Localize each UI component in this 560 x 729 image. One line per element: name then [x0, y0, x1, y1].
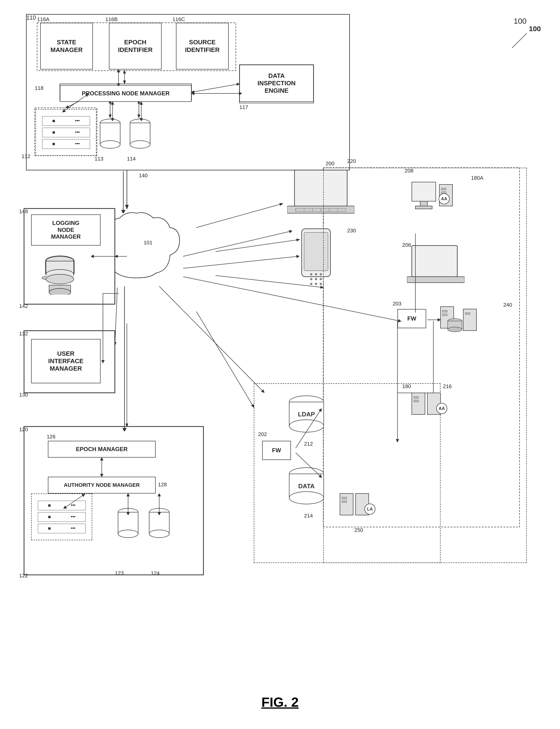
processing-node-manager-label: PROCESSING NODE MANAGER	[82, 90, 170, 97]
arrow-epoch-to-anm	[97, 458, 107, 477]
svg-line-18	[196, 204, 283, 227]
svg-rect-111	[412, 182, 436, 201]
svg-rect-116	[441, 192, 446, 193]
server-computer-208: AA	[407, 180, 455, 232]
ref-140: 140	[139, 172, 148, 179]
ref-208: 208	[405, 168, 413, 174]
svg-point-62	[49, 288, 71, 295]
ref-132: 132	[19, 330, 28, 337]
source-identifier-box: SOURCEIDENTIFIER	[176, 23, 229, 69]
authority-node-manager-box: AUTHORITY NODE MANAGER	[48, 477, 156, 494]
epoch-manager-box: EPOCH MANAGER	[48, 441, 156, 458]
ref-117: 117	[239, 104, 248, 110]
arrow-anm-cyl123	[117, 494, 136, 515]
svg-text:100: 100	[529, 25, 541, 33]
ref-120: 120	[19, 427, 28, 433]
arrow-pnm-die	[192, 86, 242, 101]
arrow-pnm-serverstack	[60, 93, 89, 113]
arrow-cloud-to-phone	[182, 251, 299, 271]
ref-220: 220	[347, 158, 356, 164]
svg-line-110	[183, 256, 298, 268]
svg-line-78	[65, 495, 84, 508]
arrow-main-to-cloud	[120, 170, 127, 213]
server-row-3: ■ •••	[42, 139, 90, 149]
ref-130: 130	[19, 392, 28, 398]
auth-server-row-2: ■ •••	[38, 512, 86, 522]
ref-110: 110	[26, 14, 36, 21]
ref-240: 240	[503, 302, 512, 308]
svg-line-156	[296, 453, 321, 477]
ref-118: 118	[35, 85, 44, 91]
arrow-cloud-to-inner-group	[158, 285, 266, 393]
svg-line-155	[296, 410, 321, 448]
server-row-2: ■ •••	[42, 128, 90, 137]
ref-123: 123	[115, 570, 124, 576]
arrow-pnm-cyl113	[109, 102, 116, 121]
right-connections	[254, 309, 469, 573]
ref-142: 142	[19, 303, 28, 309]
user-interface-manager-box: USERINTERFACEMANAGER	[31, 339, 101, 383]
ref-116C: 116C	[172, 16, 185, 23]
epoch-manager-label: EPOCH MANAGER	[76, 446, 128, 453]
data-inspection-engine-label: DATAINSPECTIONENGINE	[258, 72, 296, 95]
svg-point-101	[315, 273, 317, 275]
ref-113: 113	[95, 156, 103, 162]
data-inspection-engine-box: DATAINSPECTIONENGINE	[239, 65, 314, 102]
svg-point-60	[46, 274, 74, 284]
arrow-cloud-to-authority	[115, 285, 134, 431]
ref-100-arrow: 100	[500, 24, 548, 53]
arrow-anm-serverstack	[61, 494, 85, 513]
svg-point-72	[118, 530, 138, 538]
ref-200: 200	[326, 160, 334, 167]
server-stack-112: ■ ••• ■ ••• ■ •••	[35, 109, 96, 156]
cylinder-113	[99, 119, 121, 152]
arrow-cloud-to-logging	[91, 251, 120, 261]
ref-124: 124	[151, 570, 160, 576]
server-row-1: ■ •••	[42, 116, 90, 126]
state-manager-label: STATEMANAGER	[51, 39, 83, 53]
ref-122: 122	[19, 573, 28, 579]
vertical-line-right	[412, 232, 419, 314]
svg-point-34	[130, 141, 150, 148]
arrow-pnm-cyl114	[138, 102, 145, 121]
ref-126: 126	[47, 434, 56, 440]
epoch-identifier-label: EPOCHIDENTIFIER	[118, 39, 153, 53]
user-interface-manager-label: USERINTERFACEMANAGER	[48, 350, 83, 373]
authority-node-manager-label: AUTHORITY NODE MANAGER	[64, 482, 140, 488]
auth-server-row-3: ■ •••	[38, 524, 86, 533]
svg-rect-113	[415, 206, 432, 209]
ref-180A: 180A	[471, 175, 483, 181]
logging-node-manager-box: LOGGINGNODEMANAGER	[31, 214, 101, 245]
arrow-id-to-pnm	[115, 69, 122, 86]
figure-caption: FIG. 2	[261, 694, 299, 710]
ref-114: 114	[127, 156, 136, 162]
ref-112: 112	[22, 153, 30, 159]
cylinder-114	[129, 119, 151, 152]
epoch-identifier-box: EPOCHIDENTIFIER	[109, 23, 162, 69]
ref-116A: 116A	[37, 16, 49, 23]
svg-point-102	[320, 273, 322, 275]
ref-148: 148	[19, 208, 28, 215]
ref-128: 128	[158, 482, 167, 488]
ref-116B: 116B	[105, 16, 118, 23]
svg-line-162	[159, 286, 263, 392]
svg-line-164	[512, 34, 526, 48]
svg-point-75	[149, 530, 169, 538]
ref-101: 101	[144, 239, 153, 246]
logging-db-icon	[36, 254, 84, 295]
state-manager-box: STATEMANAGER	[40, 23, 93, 69]
svg-rect-112	[420, 201, 427, 206]
svg-point-100	[310, 273, 312, 275]
source-identifier-label: SOURCEIDENTIFIER	[185, 39, 220, 53]
svg-text:AA: AA	[441, 196, 447, 201]
svg-rect-115	[441, 188, 446, 190]
svg-line-49	[63, 95, 87, 111]
svg-point-31	[100, 141, 120, 148]
logging-node-manager-label: LOGGINGNODEMANAGER	[51, 220, 81, 240]
arrow-anm-cyl124	[157, 494, 176, 515]
diagram-container: 100 110 116A 116B 116C STATEMANAGER EPOC…	[0, 0, 560, 729]
